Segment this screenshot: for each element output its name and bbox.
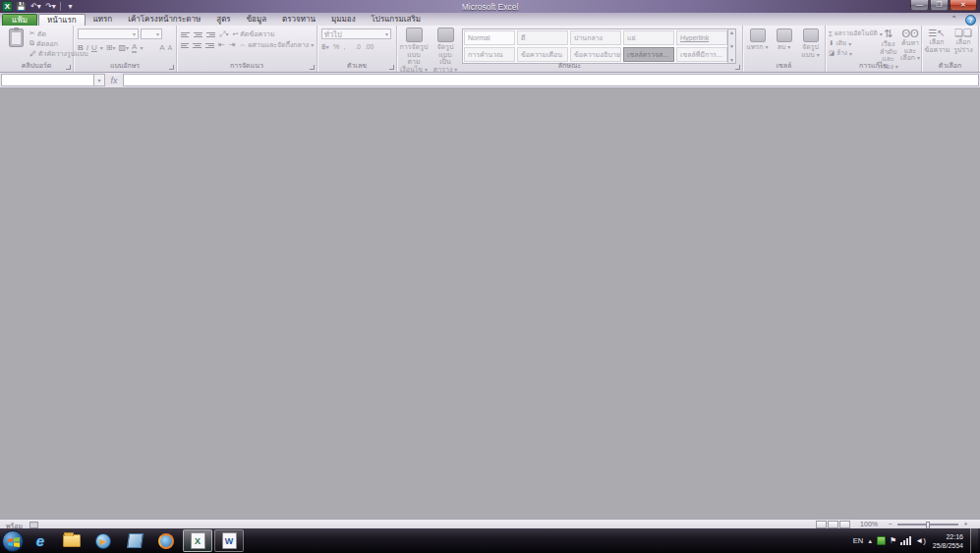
taskbar-media-player[interactable]: ▶ [88,529,118,552]
language-indicator[interactable]: EN [853,536,863,545]
decrease-indent-icon[interactable]: ⇤ [218,40,225,49]
format-painter-button[interactable]: 🖉 ตัวคัดวางรูปแบบ [29,48,73,58]
excel-app-icon[interactable]: X [2,1,13,12]
comma-format-icon[interactable]: , [343,42,345,51]
style-bad[interactable]: แย่ [623,30,674,45]
clock[interactable]: 22:16 25/8/2554 [930,532,966,550]
formula-input[interactable] [123,74,979,86]
tab-review[interactable]: ตรวจทาน [274,14,323,26]
autosum-button[interactable]: Σ ผลรวมอัตโนมัติ▾ [829,28,876,38]
close-button[interactable]: ✕ [950,0,977,11]
align-right-icon[interactable] [205,42,214,48]
zoom-in-icon[interactable]: + [961,521,970,528]
alignment-dialog-launcher[interactable] [310,65,315,70]
macro-record-icon[interactable] [29,522,38,528]
borders-icon[interactable]: ⊞▾ [106,43,116,52]
qat-customize-icon[interactable]: ▾ [64,1,77,12]
tab-data[interactable]: ข้อมูล [239,14,274,26]
grow-font-button[interactable]: A [159,43,164,52]
increase-decimal-icon[interactable]: .0 [356,43,361,50]
underline-dropdown-icon[interactable]: ▾ [100,44,103,51]
tab-file[interactable]: แฟ้ม [2,14,37,26]
view-page-break-button[interactable] [839,521,850,528]
number-format-combo[interactable]: ทั่วไป▾ [321,28,391,39]
view-normal-button[interactable] [816,521,827,528]
currency-format-icon[interactable]: ฿▾ [321,42,329,51]
orientation-icon[interactable]: ⤢▾ [219,29,228,39]
style-hyperlink[interactable]: Hyperlink [676,30,727,45]
show-hidden-icons[interactable]: ▲ [867,538,873,544]
tab-formulas[interactable]: สูตร [208,14,238,26]
style-neutral[interactable]: ปานกลาง [570,30,621,45]
wrap-text-button[interactable]: ↩ ตัดข้อความ [232,28,274,39]
gallery-scrollbar[interactable]: ▲ ▼ ▼ [727,28,736,64]
cut-button[interactable]: ✂ ตัด [29,28,73,38]
start-button[interactable] [2,530,24,552]
fill-color-icon[interactable]: ▨▾ [119,43,130,52]
font-name-combo[interactable]: ▾ [78,28,139,39]
clear-button[interactable]: ◪ ล้าง▾ [829,48,876,58]
zoom-out-icon[interactable]: − [886,521,894,528]
font-color-dropdown-icon[interactable]: ▾ [140,44,143,51]
ribbon-home: ✂ ตัด ⧉ คัดลอก 🖉 ตัวคัดวางรูปแบบ คลิปบอร… [0,26,980,73]
align-center-icon[interactable] [193,42,202,48]
taskbar-photo-viewer[interactable] [120,529,149,552]
show-desktop-button[interactable] [970,528,978,553]
tab-view[interactable]: มุมมอง [323,14,364,26]
zoom-slider-track[interactable] [897,524,958,525]
style-normal[interactable]: Normal [464,30,515,45]
font-dialog-launcher[interactable] [169,65,174,70]
action-center-flag-icon[interactable]: ⚑ [890,536,896,545]
bold-button[interactable]: B [78,43,84,52]
font-size-combo[interactable]: ▾ [141,28,162,39]
paste-button[interactable] [4,28,28,60]
redo-icon[interactable]: ↷▾ [44,1,57,12]
font-color-icon[interactable]: A [132,42,137,53]
minimize-button[interactable]: — [910,0,929,11]
styles-dialog-launcher[interactable] [735,65,740,70]
align-bottom-icon[interactable] [206,31,215,37]
increase-indent-icon[interactable]: ⇥ [229,40,236,49]
restore-button[interactable]: ❐ [930,0,949,11]
internet-explorer-icon: e [36,532,44,549]
tab-home[interactable]: หน้าแรก [38,14,86,26]
italic-button[interactable]: I [86,43,88,52]
align-top-icon[interactable] [181,31,190,37]
tab-insert[interactable]: แทรก [86,14,121,26]
taskbar-word[interactable]: W [214,529,244,552]
minimize-ribbon-icon[interactable]: ⌃ [948,16,960,25]
underline-button[interactable]: U [91,43,97,52]
decrease-decimal-icon[interactable]: .00 [365,43,374,50]
shrink-font-button[interactable]: A [168,44,172,51]
clipboard-dialog-launcher[interactable] [66,65,71,70]
tab-page-layout[interactable]: เค้าโครงหน้ากระดาษ [120,14,208,26]
undo-icon[interactable]: ↶▾ [29,1,42,12]
number-dialog-launcher[interactable] [389,65,394,70]
fill-button[interactable]: ⬇ เติม▾ [829,38,876,48]
tab-addins[interactable]: โปรแกรมเสริม [364,14,429,26]
find-select-button[interactable]: ʘʘ ค้นหาและ เลือก ▾ [899,28,921,63]
name-box[interactable] [1,74,94,86]
merge-center-button[interactable]: ⇔ ผสานและจัดกึ่งกลาง ▾ [239,39,314,50]
taskbar-excel-active[interactable]: X [183,529,212,552]
style-good[interactable]: ดี [517,30,568,45]
help-icon[interactable]: ? [965,15,976,26]
name-box-dropdown-icon[interactable]: ▾ [94,74,105,86]
taskbar-firefox[interactable] [151,529,181,552]
align-left-icon[interactable] [181,42,189,48]
insert-function-icon[interactable]: fx [105,76,123,85]
taskbar-internet-explorer[interactable]: e [26,529,55,552]
copy-button[interactable]: ⧉ คัดลอก [29,38,73,48]
percent-format-icon[interactable]: % [333,42,340,51]
volume-icon[interactable]: ◄) [915,536,926,545]
taskbar-file-explorer[interactable] [57,529,86,552]
zoom-slider[interactable]: − + [886,521,970,528]
save-icon[interactable]: 💾 [15,1,28,12]
group-styles: การจัดรูปแบบ ตามเงื่อนไข ▾ จัดรูปแบบ เป็… [397,26,743,72]
security-tray-icon[interactable] [877,536,886,545]
align-middle-icon[interactable] [194,31,202,37]
network-icon[interactable] [900,536,911,545]
windows-taskbar: e ▶ X W EN ▲ ⚑ ◄) 22:16 25/8/2554 [0,528,980,553]
view-page-layout-button[interactable] [828,521,838,528]
zoom-level-label[interactable]: 100% [860,521,878,527]
